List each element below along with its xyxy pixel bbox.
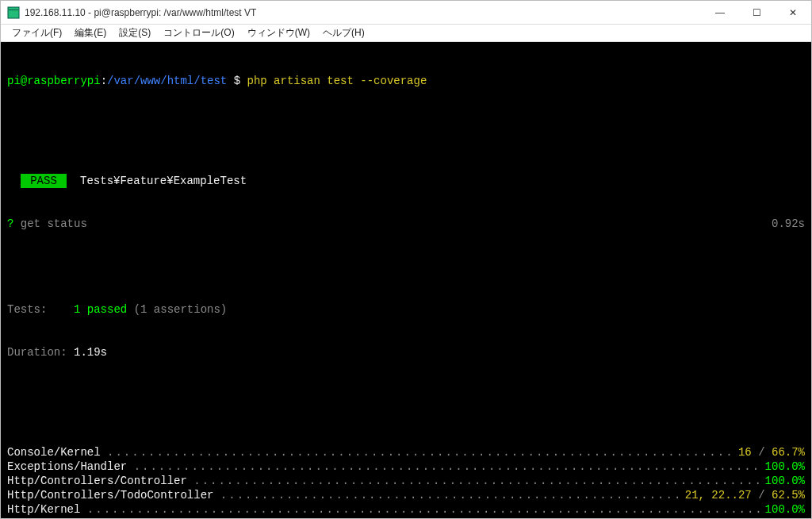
coverage-value: 100.0% bbox=[762, 502, 805, 517]
window-title: 192.168.11.10 - pi@raspberrypi: /var/www… bbox=[25, 7, 256, 18]
menu-file[interactable]: ファイル(F) bbox=[6, 25, 68, 41]
test-name: get status bbox=[13, 217, 86, 231]
coverage-pct: 100.0% bbox=[765, 460, 805, 473]
coverage-file: Console/Kernel bbox=[7, 445, 107, 459]
coverage-lines: 16 bbox=[738, 446, 752, 459]
coverage-value: 16 / 66.7% bbox=[735, 445, 805, 459]
coverage-file: Http/Controllers/TodoController bbox=[7, 488, 220, 502]
coverage-dots: ........................................… bbox=[107, 445, 735, 459]
test-name-line: ? get status0.92s bbox=[7, 217, 805, 231]
duration-label: Duration: bbox=[7, 345, 74, 359]
coverage-value: 21, 22..27 / 62.5% bbox=[682, 488, 805, 502]
close-button[interactable]: ✕ bbox=[775, 1, 811, 25]
check-icon: ? bbox=[7, 217, 13, 231]
coverage-sep: / bbox=[752, 489, 772, 502]
duration-line: Duration: 1.19s bbox=[7, 345, 805, 359]
coverage-row: Http/Middleware/Authenticate ...........… bbox=[7, 517, 805, 518]
test-pass-line: PASS Tests¥Feature¥ExampleTest bbox=[7, 174, 805, 188]
coverage-list: Console/Kernel .........................… bbox=[7, 445, 805, 518]
coverage-value: 100.0% bbox=[762, 474, 805, 488]
maximize-button[interactable]: ☐ bbox=[738, 1, 775, 25]
terminal-icon bbox=[7, 6, 20, 19]
coverage-row: Console/Kernel .........................… bbox=[7, 445, 805, 459]
coverage-pct: 100.0% bbox=[765, 475, 805, 487]
coverage-dots: ........................................… bbox=[201, 517, 776, 518]
titlebar[interactable]: 192.168.11.10 - pi@raspberrypi: /var/www… bbox=[1, 1, 811, 25]
svg-rect-1 bbox=[9, 10, 18, 10]
command-text: php artisan test --coverage bbox=[247, 74, 433, 88]
tests-assertions: (1 assertions) bbox=[127, 302, 227, 317]
coverage-file: Http/Controllers/Controller bbox=[7, 474, 193, 488]
coverage-dots: ........................................… bbox=[220, 488, 682, 502]
coverage-pct: 66.7% bbox=[772, 446, 805, 459]
coverage-pct: 0.0% bbox=[778, 517, 805, 518]
prompt-line-1: pi@raspberrypi:/var/www/html/test $ php … bbox=[7, 74, 805, 88]
prompt-symbol: $ bbox=[227, 74, 247, 88]
coverage-row: Http/Controllers/Controller ............… bbox=[7, 474, 805, 488]
window-controls: — ☐ ✕ bbox=[702, 1, 811, 25]
coverage-value: 100.0% bbox=[762, 459, 805, 474]
tests-label: Tests: bbox=[7, 302, 74, 317]
svg-rect-0 bbox=[8, 7, 19, 18]
menu-help[interactable]: ヘルプ(H) bbox=[316, 25, 371, 41]
pass-badge: PASS bbox=[21, 174, 67, 188]
coverage-pct: 62.5% bbox=[772, 489, 805, 502]
coverage-row: Exceptions/Handler .....................… bbox=[7, 459, 805, 474]
prompt-path: /var/www/html/test bbox=[107, 74, 227, 88]
coverage-dots: ........................................… bbox=[193, 474, 761, 488]
test-class: Tests¥Feature¥ExampleTest bbox=[80, 174, 247, 188]
menu-window[interactable]: ウィンドウ(W) bbox=[241, 25, 316, 41]
coverage-file: Http/Kernel bbox=[7, 502, 87, 517]
menu-setup[interactable]: 設定(S) bbox=[113, 25, 157, 41]
coverage-lines: 21, 22..27 bbox=[685, 489, 752, 502]
app-window: 192.168.11.10 - pi@raspberrypi: /var/www… bbox=[0, 0, 812, 519]
prompt-user: pi@raspberrypi bbox=[7, 74, 101, 88]
duration-value: 1.19s bbox=[74, 345, 107, 359]
coverage-row: Http/Kernel ............................… bbox=[7, 502, 805, 517]
coverage-dots: ........................................… bbox=[87, 502, 762, 517]
coverage-file: Http/Middleware/Authenticate bbox=[7, 517, 201, 518]
coverage-value: 0.0% bbox=[775, 517, 805, 518]
titlebar-title-area: 192.168.11.10 - pi@raspberrypi: /var/www… bbox=[7, 6, 256, 19]
menu-control[interactable]: コントロール(O) bbox=[157, 25, 240, 41]
coverage-pct: 100.0% bbox=[765, 503, 805, 516]
menu-edit[interactable]: 編集(E) bbox=[68, 25, 113, 41]
coverage-dots: ........................................… bbox=[134, 459, 762, 474]
minimize-button[interactable]: — bbox=[702, 1, 738, 25]
coverage-sep: / bbox=[752, 446, 772, 459]
terminal-area[interactable]: pi@raspberrypi:/var/www/html/test $ php … bbox=[1, 42, 811, 518]
tests-summary-line: Tests: 1 passed (1 assertions) bbox=[7, 302, 805, 317]
coverage-file: Exceptions/Handler bbox=[7, 459, 134, 474]
coverage-row: Http/Controllers/TodoController ........… bbox=[7, 488, 805, 502]
tests-passed: 1 passed bbox=[74, 302, 127, 317]
menubar: ファイル(F) 編集(E) 設定(S) コントロール(O) ウィンドウ(W) ヘ… bbox=[1, 25, 811, 42]
test-time: 0.92s bbox=[772, 217, 805, 231]
